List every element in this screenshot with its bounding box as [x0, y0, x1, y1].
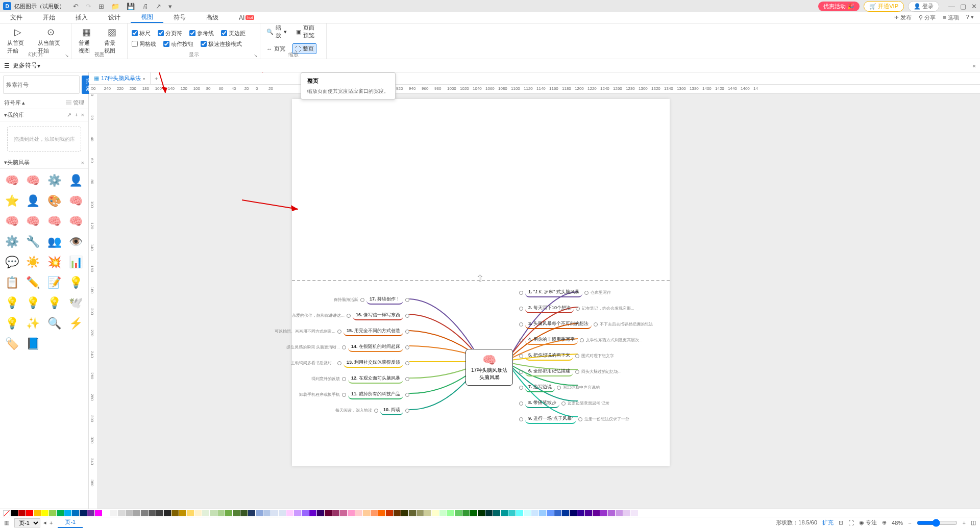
color-swatch[interactable] [18, 510, 26, 516]
color-swatch[interactable] [87, 510, 94, 516]
symbol-item[interactable]: ✨ [24, 315, 42, 332]
add-tab-button[interactable]: + [151, 76, 162, 82]
color-swatch[interactable] [110, 510, 117, 516]
color-swatch[interactable] [126, 510, 133, 516]
zoom-button[interactable]: 🔍缩放▾ [264, 23, 289, 40]
hamburger-icon[interactable]: ☰ [4, 62, 10, 69]
color-swatch[interactable] [64, 510, 71, 516]
color-swatch[interactable] [554, 510, 561, 516]
open-icon[interactable]: 📁 [111, 3, 119, 10]
color-swatch[interactable] [577, 510, 584, 516]
color-swatch[interactable] [608, 510, 615, 516]
promo-button[interactable]: 优惠活动🎉 [818, 2, 860, 11]
zoom-out-icon[interactable]: − [908, 520, 911, 526]
close-lib-icon[interactable]: × [81, 112, 84, 118]
symbol-item[interactable]: ✏️ [24, 274, 42, 291]
color-swatch[interactable] [149, 510, 156, 516]
color-swatch[interactable] [547, 510, 554, 516]
expand-icon[interactable]: ↘ [254, 53, 258, 58]
color-swatch[interactable] [340, 510, 347, 516]
maximize-icon[interactable]: ▢ [960, 3, 966, 10]
mindmap-node[interactable]: 1. "J.K. 罗琳" 式头脑风暴仓库里写作 [519, 288, 611, 297]
mindmap-node[interactable]: 得到意外的反馈12. 在观众面前头脑风暴 [311, 374, 409, 384]
symbol-item[interactable]: 💡 [3, 294, 20, 312]
symbol-item[interactable]: 🧠 [3, 213, 20, 230]
new-icon[interactable]: ⊞ [99, 3, 104, 10]
color-swatch[interactable] [455, 510, 462, 516]
export-lib-icon[interactable]: ↗ [67, 112, 71, 118]
color-swatch[interactable] [233, 510, 240, 516]
color-swatch[interactable] [332, 510, 339, 516]
symbol-item[interactable]: 💡 [3, 315, 20, 332]
undo-icon[interactable]: ↶ [73, 3, 79, 10]
brainstorm-header[interactable]: 头脑风暴 [7, 159, 30, 166]
menu-advanced[interactable]: 高级 [196, 12, 229, 23]
color-swatch[interactable] [103, 510, 110, 516]
color-swatch[interactable] [72, 510, 79, 516]
color-swatch[interactable] [485, 510, 493, 516]
color-swatch[interactable] [600, 510, 607, 516]
color-swatch[interactable] [172, 510, 179, 516]
color-swatch[interactable] [470, 510, 477, 516]
color-swatch[interactable] [616, 510, 623, 516]
symbol-item[interactable]: 🧠 [24, 172, 42, 189]
guides-checkbox[interactable]: 参考线 [189, 30, 214, 37]
mindmap-node[interactable]: 保持脑海活跃17. 持续创作！ [334, 295, 409, 305]
mindmap-node[interactable]: 5. 把你想说的画下来图式对理下想文字 [519, 351, 614, 361]
mindmap-node[interactable]: 9. 进行一场"点子风暴"注册一份想法仅求了一分 [519, 414, 629, 424]
symbol-item[interactable]: ⚙️ [3, 233, 20, 250]
color-swatch[interactable] [570, 510, 577, 516]
color-swatch[interactable] [279, 510, 286, 516]
color-swatch[interactable] [49, 510, 56, 516]
symbol-item[interactable]: 🕊️ [67, 294, 84, 312]
close-section-icon[interactable]: × [81, 160, 84, 166]
options-button[interactable]: ≡ 选项 [943, 14, 959, 21]
color-swatch[interactable] [348, 510, 355, 516]
menu-start[interactable]: 开始 [33, 12, 65, 23]
add-page-icon[interactable]: + [50, 520, 53, 526]
symbol-item[interactable]: 💡 [46, 294, 63, 312]
zoom-slider[interactable] [917, 519, 958, 527]
symbol-item[interactable]: ⭐ [3, 192, 20, 210]
symbol-item[interactable]: 📊 [67, 254, 84, 271]
color-swatch[interactable] [217, 510, 225, 516]
file-tab[interactable]: ▦ 17种头脑风暴法 • [89, 72, 151, 84]
symbol-item[interactable]: 💡 [24, 294, 42, 312]
mylib-dropzone[interactable]: 拖拽到此处，添加到我的库 [7, 127, 81, 152]
expand-link[interactable]: 扩充 [822, 519, 834, 526]
color-swatch[interactable] [57, 510, 64, 516]
color-swatch[interactable] [508, 510, 516, 516]
color-swatch[interactable] [256, 510, 263, 516]
symbol-item[interactable]: 👤 [24, 192, 42, 210]
color-swatch[interactable] [371, 510, 378, 516]
print-icon[interactable]: 🖨 [142, 3, 149, 10]
menu-ai[interactable]: AIhot [229, 12, 264, 23]
color-swatch[interactable] [133, 510, 140, 516]
mindmap-node[interactable]: 亲爱的伙伴，想和你讲讲这...16. 像写信一样写东西 [292, 311, 409, 320]
color-swatch[interactable] [317, 510, 324, 516]
symbol-item[interactable]: ⚙️ [46, 172, 63, 189]
close-icon[interactable]: ✕ [971, 3, 977, 10]
color-swatch[interactable] [80, 510, 87, 516]
redo-icon[interactable]: ↷ [86, 3, 91, 10]
no-fill-swatch[interactable] [3, 510, 10, 516]
color-swatch[interactable] [286, 510, 293, 516]
color-swatch[interactable] [539, 510, 546, 516]
color-swatch[interactable] [302, 510, 309, 516]
page-tab[interactable]: 页-1 [58, 517, 83, 528]
color-swatch[interactable] [631, 510, 638, 516]
symbol-item[interactable]: 📘 [24, 335, 42, 353]
symbol-item[interactable]: 👥 [46, 233, 63, 250]
zoom-in-icon[interactable]: + [963, 520, 966, 526]
color-swatch[interactable] [355, 510, 362, 516]
menu-file[interactable]: 文件 [0, 12, 33, 23]
grid-checkbox[interactable]: 网格线 [132, 40, 156, 48]
color-swatch[interactable] [95, 510, 102, 516]
color-swatch[interactable] [462, 510, 470, 516]
color-swatch[interactable] [194, 510, 202, 516]
mindmap-node[interactable]: 抓住灵感的瞬间 头脑更清晰...14. 在很随机的时间起床 [286, 342, 409, 352]
login-button[interactable]: 👤登录 [908, 1, 939, 12]
add-lib-icon[interactable]: + [75, 112, 78, 118]
color-swatch[interactable] [378, 510, 385, 516]
expand-icon[interactable]: ↘ [65, 53, 69, 58]
